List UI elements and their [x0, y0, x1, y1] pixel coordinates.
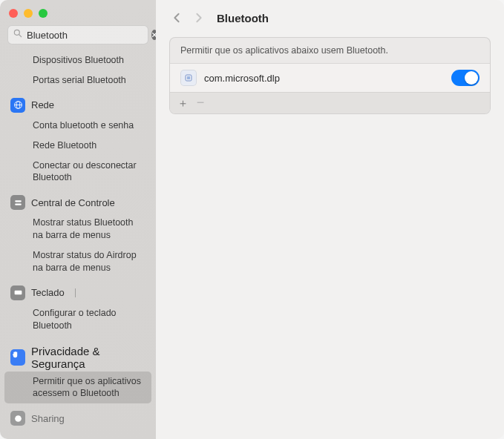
svg-line-1	[19, 35, 22, 37]
section-label: Rede	[31, 99, 54, 110]
sidebar-section-controle[interactable]: Central de Controle	[0, 192, 156, 213]
sidebar-item[interactable]: Configurar o teclado Bluetooth	[4, 303, 151, 336]
sharing-icon	[10, 411, 25, 426]
divider	[75, 288, 76, 297]
svg-point-10	[15, 415, 22, 422]
section-label: Teclado	[31, 287, 65, 298]
minimize-window-button[interactable]	[24, 9, 33, 18]
sidebar-item[interactable]: Conta bluetooth e senha	[4, 116, 151, 136]
sidebar-section-privacy[interactable]: Privacidade & Segurança	[0, 340, 156, 372]
svg-rect-8	[15, 203, 22, 205]
svg-rect-9	[14, 291, 22, 294]
back-button[interactable]	[169, 10, 184, 25]
search-input[interactable]	[27, 30, 151, 41]
panel-caption: Permitir que os aplicativos abaixo usem …	[170, 38, 490, 64]
app-toggle[interactable]	[451, 70, 480, 86]
section-label: Sharing	[31, 413, 65, 424]
page-title: Bluetooth	[217, 12, 269, 24]
section-label: Central de Controle	[31, 197, 115, 208]
sidebar: Dispositivos Bluetooth Portas serial Blu…	[0, 0, 156, 439]
sidebar-item-bluetooth-privacy[interactable]: Permitir que os aplicativos acessem o Bl…	[4, 372, 151, 404]
app-row[interactable]: com.microsoft.dlp	[170, 64, 490, 92]
window-controls	[0, 0, 156, 25]
remove-app-button[interactable]: −	[192, 95, 209, 110]
panel-footer: ＋ −	[170, 92, 490, 113]
search-icon	[13, 28, 27, 42]
sidebar-section-rede[interactable]: Rede	[0, 95, 156, 116]
add-app-button[interactable]: ＋	[174, 96, 191, 110]
sidebar-item[interactable]: Portas serial Bluetooth	[4, 70, 151, 90]
sidebar-item[interactable]: Dispositivos Bluetooth	[4, 50, 151, 70]
svg-rect-12	[187, 76, 190, 79]
section-label: Privacidade & Segurança	[31, 345, 145, 370]
sidebar-section-teclado[interactable]: Teclado	[0, 283, 156, 303]
app-icon	[180, 70, 197, 86]
sidebar-item[interactable]: Mostrar status do Airdrop na barra de me…	[4, 245, 151, 278]
sidebar-section-sharing[interactable]: Sharing	[0, 408, 156, 429]
svg-rect-7	[15, 200, 22, 202]
forward-button[interactable]	[192, 10, 206, 25]
main-header: Bluetooth	[156, 0, 504, 34]
globe-icon	[10, 98, 25, 113]
main-panel: Bluetooth Permitir que os aplicativos ab…	[156, 0, 504, 439]
svg-point-0	[14, 30, 19, 35]
sidebar-item[interactable]: Conectar ou desconectar Bluetooth	[4, 156, 151, 188]
sidebar-list: Dispositivos Bluetooth Portas serial Blu…	[0, 50, 156, 439]
control-center-icon	[10, 195, 25, 210]
hand-icon	[10, 349, 25, 366]
apps-panel: Permitir que os aplicativos abaixo usem …	[169, 37, 491, 114]
fullscreen-window-button[interactable]	[39, 9, 48, 18]
sidebar-item[interactable]: Mostrar status Bluetooth na barra de men…	[4, 213, 151, 245]
keyboard-icon	[10, 285, 25, 300]
sidebar-item[interactable]: Rede Bluetooth	[4, 136, 151, 156]
search-box[interactable]	[7, 25, 148, 44]
close-window-button[interactable]	[9, 9, 18, 18]
app-name: com.microsoft.dlp	[204, 73, 444, 84]
